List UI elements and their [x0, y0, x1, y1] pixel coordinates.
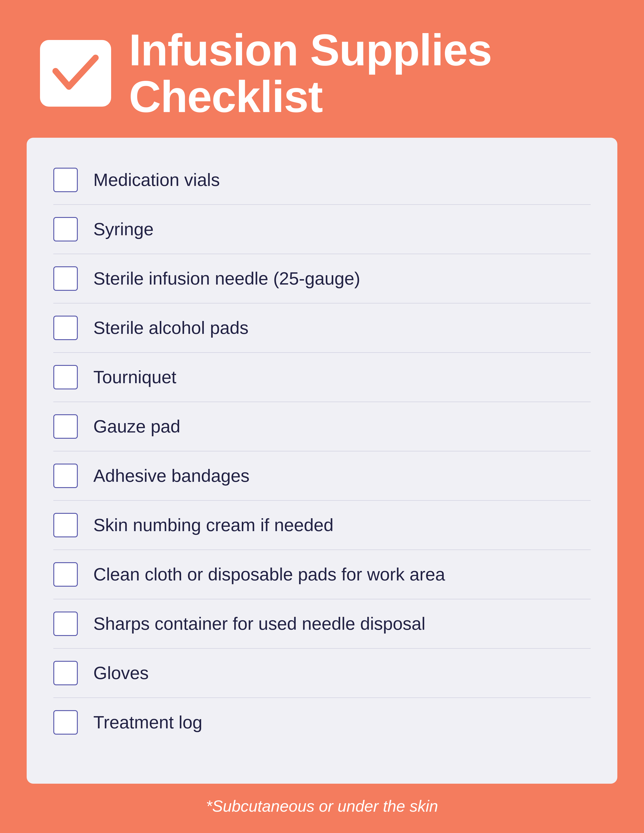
- checklist-item: Clean cloth or disposable pads for work …: [53, 550, 591, 599]
- item-checkbox[interactable]: [53, 661, 78, 685]
- page-title-line2: Checklist: [129, 73, 492, 120]
- item-checkbox[interactable]: [53, 217, 78, 241]
- item-label: Gauze pad: [93, 416, 180, 437]
- checklist-item: Skin numbing cream if needed: [53, 501, 591, 550]
- checklist-item: Tourniquet: [53, 353, 591, 402]
- item-checkbox[interactable]: [53, 266, 78, 291]
- item-label: Adhesive bandages: [93, 466, 250, 486]
- page-footer: *Subcutaneous or under the skin: [206, 784, 438, 833]
- footer-text: *Subcutaneous or under the skin: [206, 797, 438, 815]
- checklist-item: Sterile alcohol pads: [53, 304, 591, 353]
- checklist-item: Sterile infusion needle (25-gauge): [53, 254, 591, 304]
- item-label: Syringe: [93, 219, 153, 240]
- item-label: Sharps container for used needle disposa…: [93, 614, 425, 634]
- item-label: Skin numbing cream if needed: [93, 515, 333, 536]
- item-label: Tourniquet: [93, 367, 176, 388]
- title-block: Infusion Supplies Checklist: [129, 27, 492, 120]
- item-checkbox[interactable]: [53, 611, 78, 636]
- item-checkbox[interactable]: [53, 463, 78, 488]
- checkmark-svg: [51, 51, 100, 95]
- item-label: Medication vials: [93, 170, 220, 190]
- checklist-item: Adhesive bandages: [53, 451, 591, 501]
- item-label: Sterile infusion needle (25-gauge): [93, 269, 360, 289]
- item-checkbox[interactable]: [53, 710, 78, 735]
- item-label: Sterile alcohol pads: [93, 318, 248, 338]
- header-checkbox-icon: [40, 40, 111, 107]
- checklist-item: Gauze pad: [53, 402, 591, 451]
- item-checkbox[interactable]: [53, 168, 78, 192]
- item-label: Treatment log: [93, 712, 203, 733]
- checklist-item: Medication vials: [53, 156, 591, 205]
- page-title-line1: Infusion Supplies: [129, 27, 492, 73]
- checklist-item: Syringe: [53, 205, 591, 254]
- item-checkbox[interactable]: [53, 513, 78, 537]
- checklist-item: Treatment log: [53, 698, 591, 747]
- checklist-item: Sharps container for used needle disposa…: [53, 599, 591, 649]
- page-header: Infusion Supplies Checklist: [0, 0, 644, 138]
- checklist-item: Gloves: [53, 649, 591, 698]
- item-label: Clean cloth or disposable pads for work …: [93, 564, 445, 585]
- item-checkbox[interactable]: [53, 365, 78, 389]
- item-label: Gloves: [93, 663, 149, 683]
- item-checkbox[interactable]: [53, 316, 78, 340]
- item-checkbox[interactable]: [53, 414, 78, 439]
- item-checkbox[interactable]: [53, 562, 78, 587]
- checklist-card: Medication vialsSyringeSterile infusion …: [27, 138, 617, 784]
